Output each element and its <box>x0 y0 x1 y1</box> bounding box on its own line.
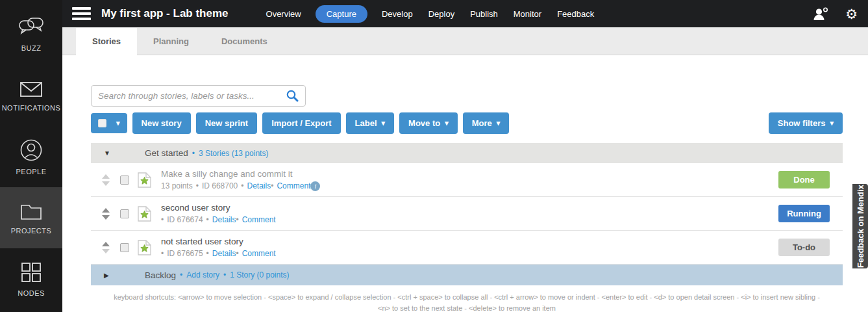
bullet-separator: • <box>161 215 164 224</box>
comment-link[interactable]: Comment <box>277 181 310 190</box>
new-story-button[interactable]: New story <box>132 112 191 134</box>
story-checkbox[interactable] <box>120 243 129 252</box>
sidebar-item-people[interactable]: PEOPLE <box>0 126 62 187</box>
details-link[interactable]: Details <box>212 249 236 258</box>
nav-item-monitor[interactable]: Monitor <box>512 5 543 23</box>
stories-content: ▾ New story New sprint Import / Export L… <box>62 85 868 312</box>
sidebar-item-nodes[interactable]: NODES <box>0 248 62 309</box>
move-up-icon[interactable] <box>102 208 110 213</box>
bullet-separator: • <box>206 249 209 258</box>
app-title: My first app - Lab theme <box>101 7 229 20</box>
bullet-separator: • <box>161 249 164 258</box>
story-row: Make a silly change and commit it 13 poi… <box>91 163 843 197</box>
main-panel: Stories Planning Documents ▾ New story N… <box>62 27 868 312</box>
sidebar-item-buzz[interactable]: BUZZ <box>0 4 62 65</box>
gear-icon[interactable]: ⚙ <box>845 7 858 21</box>
collapse-toggle-icon[interactable]: ▼ <box>104 150 111 157</box>
bullet-separator: • <box>236 249 238 258</box>
move-to-dropdown-button[interactable]: Move to ▾ <box>399 112 458 134</box>
label-dropdown-button[interactable]: Label ▾ <box>346 112 395 134</box>
nav-item-feedback[interactable]: Feedback <box>556 5 595 23</box>
nav-item-develop[interactable]: Develop <box>380 5 414 23</box>
caret-down-icon: ▾ <box>445 120 449 127</box>
sidebar-item-label: NODES <box>18 289 45 297</box>
bullet-separator: • <box>241 181 243 190</box>
sidebar-item-projects[interactable]: PROJECTS <box>0 187 62 248</box>
feedback-on-mendix-tab[interactable]: Feedback on Mendix <box>852 184 868 268</box>
story-meta: • ID 676675 • Details • Comment <box>161 249 778 258</box>
backlog-stories-count-link[interactable]: 1 Story (0 points) <box>230 270 289 280</box>
nav-item-publish[interactable]: Publish <box>469 5 499 23</box>
caret-down-icon: ▾ <box>830 120 834 127</box>
move-down-icon[interactable] <box>102 215 110 220</box>
folder-icon <box>19 202 43 221</box>
status-badge[interactable]: Running <box>778 205 830 222</box>
search-button[interactable] <box>286 90 299 102</box>
bullet-separator: • <box>180 270 182 280</box>
new-sprint-button[interactable]: New sprint <box>196 112 257 134</box>
search-input[interactable] <box>98 91 281 101</box>
more-dropdown-button[interactable]: More ▾ <box>463 112 510 134</box>
details-link[interactable]: Details <box>247 181 271 190</box>
more-button-text: More <box>472 119 492 127</box>
bullet-separator: • <box>223 270 226 280</box>
reorder-arrows <box>101 208 110 220</box>
search-box <box>91 85 306 107</box>
move-down-icon[interactable] <box>102 181 110 186</box>
stories-toolbar: ▾ New story New sprint Import / Export L… <box>91 112 843 134</box>
bullet-separator: • <box>271 181 273 190</box>
expand-toggle-icon[interactable]: ▶ <box>104 272 111 279</box>
backlog-header: ▶ Backlog • Add story • 1 Story (0 point… <box>91 265 843 285</box>
story-title: not started user story <box>161 237 778 246</box>
sidebar-item-label: PEOPLE <box>16 168 46 176</box>
story-meta: 13 points • ID 668700 • Details • Commen… <box>161 181 778 191</box>
move-up-icon[interactable] <box>102 242 110 246</box>
label-button-text: Label <box>355 119 377 127</box>
profile-icon[interactable] <box>813 7 828 21</box>
sprint-stories-count-link[interactable]: 3 Stories (13 points) <box>199 149 268 158</box>
top-bar: My first app - Lab theme Overview Captur… <box>62 0 868 27</box>
select-all-dropdown-button[interactable]: ▾ <box>91 113 127 133</box>
info-icon[interactable]: i <box>310 181 320 191</box>
sprint-name: Get started <box>145 148 188 158</box>
story-star-icon <box>138 172 151 188</box>
tab-documents[interactable]: Documents <box>205 28 284 55</box>
story-row: second user story • ID 676674 • Details … <box>91 197 843 231</box>
sidebar-item-label: NOTIFICATIONS <box>2 104 61 112</box>
nav-item-deploy[interactable]: Deploy <box>427 5 456 23</box>
sidebar-item-label: BUZZ <box>21 44 42 52</box>
bullet-separator: • <box>236 215 238 224</box>
nav-item-overview[interactable]: Overview <box>265 5 303 23</box>
comment-link[interactable]: Comment <box>242 249 276 258</box>
story-id: ID 676675 <box>167 249 203 258</box>
story-title: Make a silly change and commit it <box>161 169 778 179</box>
status-badge[interactable]: To-do <box>778 239 830 256</box>
add-story-link[interactable]: Add story <box>186 270 219 280</box>
sprint-header-get-started: ▼ Get started • 3 Stories (13 points) <box>91 143 843 163</box>
story-star-icon <box>138 240 151 255</box>
bullet-separator: • <box>206 215 209 224</box>
story-checkbox[interactable] <box>120 209 129 218</box>
nav-item-capture[interactable]: Capture <box>316 5 367 23</box>
hamburger-menu-icon[interactable] <box>72 5 91 23</box>
envelope-icon <box>19 80 43 98</box>
status-badge[interactable]: Done <box>778 171 830 188</box>
app-sidebar: BUZZ NOTIFICATIONS PEOPLE PROJECTS <box>0 0 62 312</box>
details-link[interactable]: Details <box>212 215 236 224</box>
story-checkbox[interactable] <box>120 176 129 185</box>
grid-squares-icon <box>20 261 42 283</box>
reorder-arrows <box>101 174 110 186</box>
tab-planning[interactable]: Planning <box>137 28 205 55</box>
show-filters-button[interactable]: Show filters ▾ <box>769 112 843 134</box>
comment-link[interactable]: Comment <box>242 215 276 224</box>
story-points: 13 points <box>161 181 193 190</box>
select-all-checkbox[interactable] <box>98 119 106 127</box>
show-filters-button-text: Show filters <box>778 119 826 127</box>
move-down-icon[interactable] <box>102 249 110 254</box>
sidebar-item-notifications[interactable]: NOTIFICATIONS <box>0 65 62 126</box>
bullet-separator: • <box>196 181 199 190</box>
tab-stories[interactable]: Stories <box>76 28 137 55</box>
import-export-button[interactable]: Import / Export <box>262 112 340 134</box>
move-up-icon[interactable] <box>102 174 110 179</box>
story-id: ID 668700 <box>202 181 238 190</box>
